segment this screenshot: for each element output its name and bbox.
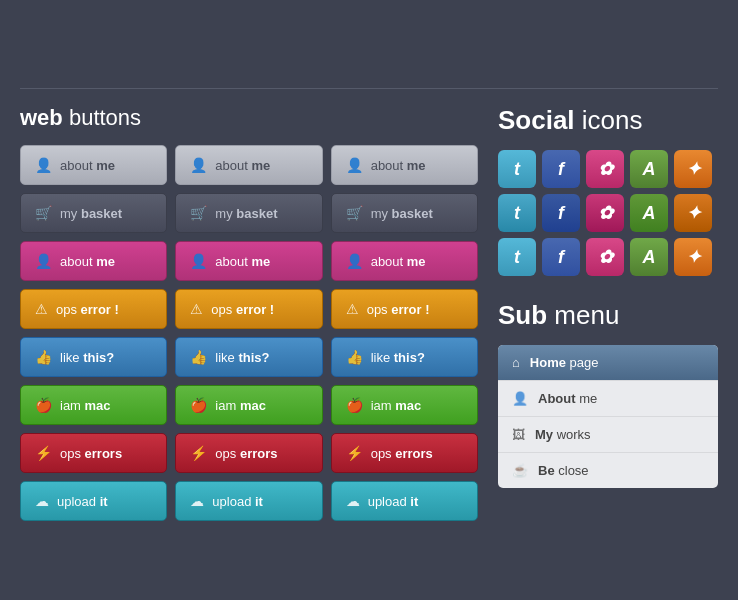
btn-label: my basket <box>371 206 433 221</box>
btn-label: my basket <box>215 206 277 221</box>
buttons-row-2: 👤about me👤about me👤about me <box>20 241 478 281</box>
btn-icon: 👍 <box>346 349 363 365</box>
social-icon-0-row-1[interactable]: t <box>498 194 536 232</box>
social-icon-3-row-2[interactable]: A <box>630 238 668 276</box>
btn-label: about me <box>60 254 115 269</box>
btn-my-col-0[interactable]: 🛒my basket <box>20 193 167 233</box>
social-icon-2-row-0[interactable]: ✿ <box>586 150 624 188</box>
btn-icon: 👍 <box>190 349 207 365</box>
btn-label: ops error ! <box>56 302 119 317</box>
btn-icon: ☁ <box>35 493 49 509</box>
btn-label: ops errors <box>60 446 122 461</box>
btn-label: iam mac <box>371 398 422 413</box>
social-icon-0-row-2[interactable]: t <box>498 238 536 276</box>
social-icon-1-row-2[interactable]: f <box>542 238 580 276</box>
btn-icon: 👤 <box>346 157 363 173</box>
right-section: Social icons tf✿A✦tf✿A✦tf✿A✦ Sub menu ⌂H… <box>498 105 718 521</box>
btn-ops-col-2[interactable]: ⚠ops error ! <box>331 289 478 329</box>
submenu: ⌂Home page👤About me🖼My works☕Be close <box>498 345 718 488</box>
btn-label: iam mac <box>215 398 266 413</box>
btn-label: upload it <box>212 494 263 509</box>
btn-about-col-2[interactable]: 👤about me <box>331 241 478 281</box>
btn-label: about me <box>215 158 270 173</box>
btn-icon: ⚡ <box>35 445 52 461</box>
btn-about-col-0[interactable]: 👤about me <box>20 145 167 185</box>
social-icon-4-row-2[interactable]: ✦ <box>674 238 712 276</box>
submenu-item-2[interactable]: 🖼My works <box>498 417 718 453</box>
btn-icon: 🍎 <box>190 397 207 413</box>
btn-label: about me <box>215 254 270 269</box>
social-icon-2-row-2[interactable]: ✿ <box>586 238 624 276</box>
logo-line <box>20 20 28 62</box>
btn-icon: ⚡ <box>190 445 207 461</box>
btn-label: my basket <box>60 206 122 221</box>
social-icon-0-row-0[interactable]: t <box>498 150 536 188</box>
submenu-icon-0: ⌂ <box>512 355 520 370</box>
btn-label: ops error ! <box>367 302 430 317</box>
social-icons-grid: tf✿A✦tf✿A✦tf✿A✦ <box>498 150 718 276</box>
submenu-item-0[interactable]: ⌂Home page <box>498 345 718 381</box>
btn-icon: ☁ <box>346 493 360 509</box>
btn-label: like this? <box>60 350 114 365</box>
header <box>20 20 718 64</box>
btn-icon: ⚡ <box>346 445 363 461</box>
btn-label: upload it <box>57 494 108 509</box>
submenu-item-1[interactable]: 👤About me <box>498 381 718 417</box>
buttons-row-0: 👤about me👤about me👤about me <box>20 145 478 185</box>
buttons-row-5: 🍎iam mac🍎iam mac🍎iam mac <box>20 385 478 425</box>
btn-ops-col-2[interactable]: ⚡ops errors <box>331 433 478 473</box>
btn-ops-col-0[interactable]: ⚡ops errors <box>20 433 167 473</box>
btn-about-col-2[interactable]: 👤about me <box>331 145 478 185</box>
logo-area <box>20 20 28 64</box>
btn-label: ops error ! <box>211 302 274 317</box>
btn-icon: 🛒 <box>346 205 363 221</box>
btn-my-col-1[interactable]: 🛒my basket <box>175 193 322 233</box>
submenu-title: Sub menu <box>498 300 718 331</box>
social-icons-title: Social icons <box>498 105 718 136</box>
buttons-grid: 👤about me👤about me👤about me🛒my basket🛒my… <box>20 145 478 521</box>
btn-like-col-2[interactable]: 👍like this? <box>331 337 478 377</box>
social-icon-3-row-0[interactable]: A <box>630 150 668 188</box>
btn-my-col-2[interactable]: 🛒my basket <box>331 193 478 233</box>
btn-ops-col-1[interactable]: ⚡ops errors <box>175 433 322 473</box>
social-icon-4-row-0[interactable]: ✦ <box>674 150 712 188</box>
btn-iam-col-2[interactable]: 🍎iam mac <box>331 385 478 425</box>
divider <box>20 88 718 89</box>
buttons-row-3: ⚠ops error !⚠ops error !⚠ops error ! <box>20 289 478 329</box>
btn-icon: 👤 <box>35 157 52 173</box>
social-row-0: tf✿A✦ <box>498 150 718 188</box>
btn-label: ops errors <box>215 446 277 461</box>
submenu-item-3[interactable]: ☕Be close <box>498 453 718 488</box>
buttons-row-4: 👍like this?👍like this?👍like this? <box>20 337 478 377</box>
btn-icon: 👤 <box>35 253 52 269</box>
btn-iam-col-0[interactable]: 🍎iam mac <box>20 385 167 425</box>
btn-label: upload it <box>368 494 419 509</box>
social-icon-2-row-1[interactable]: ✿ <box>586 194 624 232</box>
submenu-icon-2: 🖼 <box>512 427 525 442</box>
btn-upload-col-2[interactable]: ☁upload it <box>331 481 478 521</box>
social-icon-3-row-1[interactable]: A <box>630 194 668 232</box>
btn-label: about me <box>60 158 115 173</box>
btn-ops-col-0[interactable]: ⚠ops error ! <box>20 289 167 329</box>
btn-icon: 👍 <box>35 349 52 365</box>
main-content: web buttons 👤about me👤about me👤about me🛒… <box>20 105 718 521</box>
social-icon-4-row-1[interactable]: ✦ <box>674 194 712 232</box>
btn-iam-col-1[interactable]: 🍎iam mac <box>175 385 322 425</box>
btn-like-col-1[interactable]: 👍like this? <box>175 337 322 377</box>
btn-about-col-0[interactable]: 👤about me <box>20 241 167 281</box>
btn-ops-col-1[interactable]: ⚠ops error ! <box>175 289 322 329</box>
btn-about-col-1[interactable]: 👤about me <box>175 145 322 185</box>
btn-about-col-1[interactable]: 👤about me <box>175 241 322 281</box>
btn-icon: 👤 <box>346 253 363 269</box>
web-buttons-title: web buttons <box>20 105 478 131</box>
btn-like-col-0[interactable]: 👍like this? <box>20 337 167 377</box>
social-icon-1-row-1[interactable]: f <box>542 194 580 232</box>
btn-icon: 🛒 <box>190 205 207 221</box>
social-icon-1-row-0[interactable]: f <box>542 150 580 188</box>
btn-icon: ⚠ <box>346 301 359 317</box>
btn-upload-col-0[interactable]: ☁upload it <box>20 481 167 521</box>
btn-icon: ☁ <box>190 493 204 509</box>
btn-upload-col-1[interactable]: ☁upload it <box>175 481 322 521</box>
sub-title-bold: Sub <box>498 300 547 330</box>
btn-icon: 🛒 <box>35 205 52 221</box>
